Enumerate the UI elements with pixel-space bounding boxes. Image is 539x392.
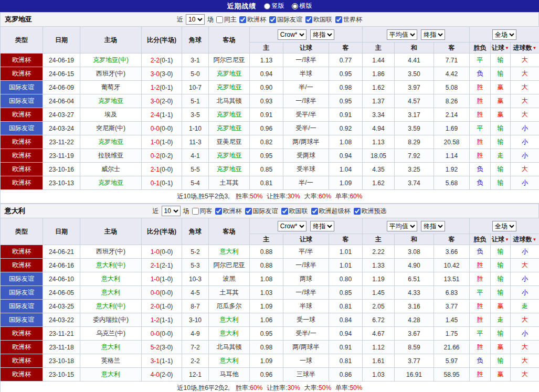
league-filter[interactable]: 欧国联: [281, 207, 308, 216]
league-filter-checkbox[interactable]: [215, 208, 222, 215]
asian-stage-select[interactable]: 终指: [310, 29, 334, 40]
league-filter[interactable]: 欧洲杯: [239, 15, 266, 24]
league-filter[interactable]: 世界杯: [335, 15, 362, 24]
result-handicap: 输: [491, 54, 511, 67]
euro-draw-odds: 4.28: [395, 313, 434, 327]
euro-home-odds: 1.37: [363, 94, 395, 108]
league-filter-checkbox[interactable]: [269, 16, 276, 23]
corner-score: 12-1: [182, 368, 209, 382]
league-filter[interactable]: 欧洲杯: [215, 207, 242, 216]
halftime-score: (1-0): [160, 276, 173, 283]
corner-score: 11-3: [182, 135, 209, 149]
result-outcome: 胜: [470, 313, 491, 327]
match-row: 国际友谊24-03-24突尼斯(中)0-0(0-0)1-10克罗地亚0.96受半…: [1, 122, 539, 135]
layout-vertical-option[interactable]: 竖版: [264, 2, 284, 10]
asian-away-odds: 0.81: [329, 354, 363, 368]
same-venue-filter[interactable]: 同客: [192, 207, 213, 216]
avg-select[interactable]: 平均值: [387, 29, 417, 40]
league-badge: 欧洲杯: [1, 327, 43, 341]
col-handicap-result-label: 让球: [492, 44, 504, 51]
layout-horizontal-option[interactable]: 横版: [292, 2, 312, 10]
col-euro-draw: 和: [395, 234, 434, 245]
away-team: 意大利: [209, 245, 250, 259]
asian-away-odds: 0.85: [329, 286, 363, 300]
result-outcome: 胜: [470, 108, 491, 122]
match-row: 国际友谊24-06-05意大利0-0(0-0)4-5土耳其1.03一/球半0.8…: [1, 286, 539, 300]
asian-handicap: 一球: [283, 354, 329, 368]
league-filter-checkbox[interactable]: [281, 208, 288, 215]
layout-horizontal-radio[interactable]: [292, 3, 298, 9]
league-filter-label: 欧洲杯: [247, 15, 266, 24]
league-filter[interactable]: 欧洲超级杯: [311, 207, 351, 216]
league-filter-checkbox[interactable]: [311, 208, 318, 215]
asian-away-odds: 0.95: [329, 94, 363, 108]
away-team-name: 北马其顿: [217, 97, 242, 104]
home-team-name: 乌克兰(中): [96, 330, 125, 337]
league-filter-label: 欧洲预选: [362, 207, 387, 216]
col-handicap-result[interactable]: 让球▼: [491, 234, 511, 245]
euro-home-odds: 1.45: [363, 286, 395, 300]
col-goals-result[interactable]: 进球数▼: [511, 234, 539, 245]
euro-draw-odds: 3.17: [395, 108, 434, 122]
league-filter[interactable]: 欧洲预选: [354, 207, 387, 216]
match-count-select[interactable]: 10: [162, 206, 181, 216]
away-team: 意大利: [209, 313, 250, 327]
bookmaker-select[interactable]: Crow*: [278, 221, 307, 231]
league-filter[interactable]: 欧国联: [305, 15, 332, 24]
scope-select[interactable]: 全场: [492, 29, 516, 40]
summary-row: 近10场,胜6平2负2, 胜率:60%让胜率:30%大率:50%单率:50%: [1, 382, 539, 392]
col-handicap-result[interactable]: 让球▼: [491, 43, 511, 54]
away-team-name: 克罗地亚: [217, 83, 242, 91]
result-goals: 大: [511, 54, 539, 67]
home-team: 西班牙(中): [80, 245, 142, 259]
asian-handicap: 受半/一: [283, 122, 329, 135]
asian-stage-select[interactable]: 终指: [310, 221, 334, 231]
result-outcome: 胜: [470, 259, 491, 272]
league-filter-checkbox[interactable]: [305, 16, 312, 23]
halftime-score: (2-0): [160, 371, 173, 378]
euro-stage-select[interactable]: 终指: [421, 221, 445, 231]
result-goals: 小: [511, 176, 539, 190]
league-badge: 欧洲杯: [1, 341, 43, 354]
away-team: 波黑: [209, 272, 250, 286]
league-filter-checkbox[interactable]: [335, 16, 342, 23]
halftime-score: (0-0): [160, 330, 173, 337]
league-filter-checkbox[interactable]: [239, 16, 246, 23]
asian-handicap: 两/两球半: [283, 135, 329, 149]
euro-home-odds: 1.62: [363, 176, 395, 190]
match-date: 23-10-13: [43, 176, 80, 190]
euro-stage-select[interactable]: 终指: [421, 29, 445, 40]
col-goals-result[interactable]: 进球数▼: [511, 43, 539, 54]
asian-handicap: 一/球半: [283, 259, 329, 272]
scope-select[interactable]: 全场: [492, 221, 516, 231]
result-outcome: 负: [470, 176, 491, 190]
match-count-select[interactable]: 10: [186, 14, 205, 25]
euro-away-odds: 13.51: [434, 272, 470, 286]
same-venue-filter[interactable]: 同主: [216, 15, 237, 24]
avg-select[interactable]: 平均值: [387, 221, 417, 231]
asian-away-odds: 1.09: [329, 176, 363, 190]
bookmaker-select[interactable]: Crow*: [278, 29, 307, 40]
league-filter[interactable]: 国际友谊: [269, 15, 302, 24]
league-filter-checkbox[interactable]: [354, 208, 361, 215]
league-badge: 国际友谊: [1, 122, 43, 135]
asian-home-odds: 1.08: [250, 272, 283, 286]
layout-vertical-radio[interactable]: [264, 3, 270, 9]
match-date: 23-10-18: [43, 354, 80, 368]
away-team: 土耳其: [209, 176, 250, 190]
league-badge: 欧洲杯: [1, 135, 43, 149]
same-venue-checkbox[interactable]: [216, 16, 223, 23]
league-badge: 国际友谊: [1, 94, 43, 108]
league-filter-checkbox[interactable]: [245, 208, 252, 215]
result-goals: 大: [511, 108, 539, 122]
result-outcome: 胜: [470, 135, 491, 149]
euro-away-odds: 5.68: [434, 176, 470, 190]
home-team: 埃及: [80, 108, 142, 122]
league-filter[interactable]: 国际友谊: [245, 207, 278, 216]
same-venue-checkbox[interactable]: [192, 208, 199, 215]
euro-away-odds: 1.45: [434, 313, 470, 327]
away-team-name: 厄瓜多尔: [217, 302, 242, 310]
summary-stat-value: 50%: [319, 384, 331, 391]
result-handicap: 输: [491, 67, 511, 81]
corner-score: 4-9: [182, 327, 209, 341]
